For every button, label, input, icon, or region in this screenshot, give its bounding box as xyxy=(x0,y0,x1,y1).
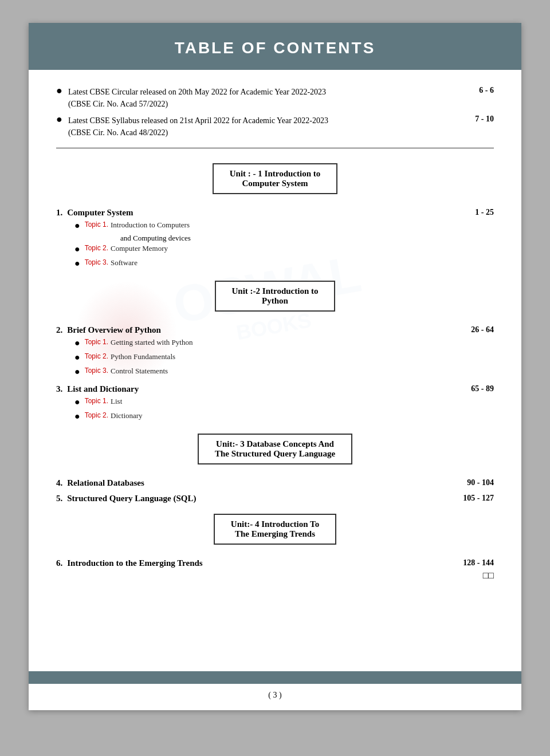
bullet-dot-2: ● xyxy=(56,113,62,125)
topic-dot-1-2: ● xyxy=(74,242,80,256)
chapter-title-row-5: 5. Structured Query Language (SQL) 105 -… xyxy=(56,494,494,503)
chapter-title-row-3: 3. List and Dictionary 65 - 89 xyxy=(56,384,494,394)
unit-label-2-line1: Unit :-2 Introduction to xyxy=(232,286,319,296)
topic-text-3-1: List xyxy=(111,396,122,407)
chapter-pages-3: 65 - 89 xyxy=(471,384,494,393)
topic-label-1-2: Topic 2. xyxy=(85,243,108,253)
unit-box-3: Unit:- 3 Database Concepts And The Struc… xyxy=(198,434,352,464)
footer-page: ( 3 ) xyxy=(29,691,521,700)
chapter-title-left-6: 6. Introduction to the Emerging Trends xyxy=(56,558,203,568)
unit-box-wrapper-2: Unit :-2 Introduction to Python xyxy=(56,276,494,320)
topic-dot-1-1: ● xyxy=(74,219,80,233)
chapter-entry-6: 6. Introduction to the Emerging Trends 1… xyxy=(56,558,494,581)
chapter-title-row-1: 1. Computer System 1 - 25 xyxy=(56,208,494,218)
chapter-title-left-1: 1. Computer System xyxy=(56,208,133,218)
topic-item-2-2: ● Topic 2. Python Fundamentals xyxy=(74,351,494,364)
chapter-num-6: 6. xyxy=(56,558,62,568)
unit-label-3-line1: Unit:- 3 Database Concepts And xyxy=(216,439,334,448)
chapter-pages-5: 105 - 127 xyxy=(463,494,494,503)
divider xyxy=(56,148,494,148)
topic-sub-1-1: and Computing devices xyxy=(120,234,494,243)
unit-label-2-line2: Python xyxy=(262,296,288,305)
bullet-item-2: ● Latest CBSE Syllabus released on 21st … xyxy=(56,115,328,139)
topic-dot-2-1: ● xyxy=(74,336,80,350)
topic-list-2: ● Topic 1. Getting started with Python ●… xyxy=(74,337,494,379)
chapter-title-row-6: 6. Introduction to the Emerging Trends 1… xyxy=(56,558,494,568)
page-range-2: 7 - 10 xyxy=(475,115,494,124)
chapter-title-3: List and Dictionary xyxy=(67,384,139,394)
topic-item-1-1: ● Topic 1. Introduction to Computers xyxy=(74,219,494,233)
topic-label-1-3: Topic 3. xyxy=(85,257,108,267)
content-area: ● Latest CBSE Circular released on 20th … xyxy=(29,70,521,609)
chapter-title-4: Relational Databases xyxy=(67,478,144,488)
bullet-text-2: Latest CBSE Syllabus released on 21st Ap… xyxy=(68,115,328,139)
topic-label-3-1: Topic 1. xyxy=(85,396,108,406)
topic-item-1-2: ● Topic 2. Computer Memory xyxy=(74,243,494,256)
topic-text-2-3: Control Statements xyxy=(111,365,168,377)
chapter-pages-2: 26 - 64 xyxy=(471,325,494,334)
unit-box-4: Unit:- 4 Introduction To The Emerging Tr… xyxy=(214,514,336,545)
bullet-item-1: ● Latest CBSE Circular released on 20th … xyxy=(56,86,326,110)
chapter-title-left-4: 4. Relational Databases xyxy=(56,478,144,488)
bullet-line2-2: (CBSE Cir. No. Acad 48/2022) xyxy=(68,128,168,137)
unit-box-1: Unit : - 1 Introduction to Computer Syst… xyxy=(213,163,337,194)
topic-label-2-2: Topic 2. xyxy=(85,351,108,361)
chapter-num-3: 3. xyxy=(56,384,62,394)
topic-dot-3-1: ● xyxy=(74,395,80,409)
chapter-pages-6: 128 - 144 xyxy=(463,558,494,568)
footer-bar xyxy=(29,671,521,684)
topic-label-2-1: Topic 1. xyxy=(85,337,108,347)
chapter-title-6: Introduction to the Emerging Trends xyxy=(67,558,202,568)
page-title: TABLE OF CONTENTS xyxy=(40,39,510,57)
topic-text-1-3: Software xyxy=(111,257,138,269)
unit-box-wrapper-1: Unit : - 1 Introduction to Computer Syst… xyxy=(56,159,494,202)
chapter-title-row-2: 2. Brief Overview of Python 26 - 64 xyxy=(56,325,494,335)
topic-item-1-3: ● Topic 3. Software xyxy=(74,257,494,270)
unit-box-2: Unit :-2 Introduction to Python xyxy=(215,281,336,312)
topic-item-2-3: ● Topic 3. Control Statements xyxy=(74,365,494,379)
chapter-title-2: Brief Overview of Python xyxy=(67,325,161,335)
topic-text-2-1: Getting started with Python xyxy=(111,337,192,348)
chapter-num-2: 2. xyxy=(56,325,62,335)
unit-label-1-line2: Computer System xyxy=(242,179,308,188)
chapter-entry-2: 2. Brief Overview of Python 26 - 64 ● To… xyxy=(56,325,494,379)
chapter-pages-4: 90 - 104 xyxy=(467,478,494,487)
page-number: ( 3 ) xyxy=(268,691,281,699)
topic-list-3: ● Topic 1. List ● Topic 2. Dictionary xyxy=(74,396,494,423)
topic-text-1-2: Computer Memory xyxy=(111,243,168,254)
chapter-title-left-5: 5. Structured Query Language (SQL) xyxy=(56,494,196,503)
chapter-title-row-4: 4. Relational Databases 90 - 104 xyxy=(56,478,494,488)
topic-text-1-1: Introduction to Computers xyxy=(111,219,190,231)
header-bar: TABLE OF CONTENTS xyxy=(29,23,521,70)
chapter-entry-1: 1. Computer System 1 - 25 ● Topic 1. Int… xyxy=(56,208,494,270)
topic-text-3-2: Dictionary xyxy=(111,410,143,422)
topic-item-2-1: ● Topic 1. Getting started with Python xyxy=(74,337,494,350)
topic-item-3-1: ● Topic 1. List xyxy=(74,396,494,409)
topic-list-1: ● Topic 1. Introduction to Computers and… xyxy=(74,219,494,270)
chapter-title-5: Structured Query Language (SQL) xyxy=(67,494,196,503)
unit-label-1-line1: Unit : - 1 Introduction to xyxy=(230,169,320,178)
bullet-row-1: ● Latest CBSE Circular released on 20th … xyxy=(56,86,494,111)
end-symbols: □□ xyxy=(56,570,494,581)
chapter-pages-1: 1 - 25 xyxy=(475,208,494,217)
chapter-num-4: 4. xyxy=(56,478,62,488)
topic-label-1-1: Topic 1. xyxy=(85,219,108,230)
topic-dot-3-2: ● xyxy=(74,410,80,423)
bullet-section-1: ● Latest CBSE Circular released on 20th … xyxy=(56,86,494,111)
chapter-title-left-2: 2. Brief Overview of Python xyxy=(56,325,161,335)
unit-label-3-line2: The Structured Query Language xyxy=(215,449,335,458)
topic-label-2-3: Topic 3. xyxy=(85,365,108,376)
chapter-entry-4: 4. Relational Databases 90 - 104 xyxy=(56,478,494,488)
topic-dot-1-3: ● xyxy=(74,257,80,270)
chapter-entry-5: 5. Structured Query Language (SQL) 105 -… xyxy=(56,494,494,503)
bullet-line2-1: (CBSE Cir. No. Acad 57/2022) xyxy=(68,100,168,108)
bullet-text-1: Latest CBSE Circular released on 20th Ma… xyxy=(68,86,326,110)
bullet-section-2: ● Latest CBSE Syllabus released on 21st … xyxy=(56,115,494,140)
unit-box-wrapper-3: Unit:- 3 Database Concepts And The Struc… xyxy=(56,429,494,472)
chapter-title-left-3: 3. List and Dictionary xyxy=(56,384,139,394)
unit-label-4-line2: The Emerging Trends xyxy=(235,529,315,538)
page-range-1: 6 - 6 xyxy=(479,86,494,95)
page: OSWAL BOOKS TABLE OF CONTENTS ● Latest C… xyxy=(29,23,521,710)
chapter-num-1: 1. xyxy=(56,208,62,218)
chapter-entry-3: 3. List and Dictionary 65 - 89 ● Topic 1… xyxy=(56,384,494,423)
